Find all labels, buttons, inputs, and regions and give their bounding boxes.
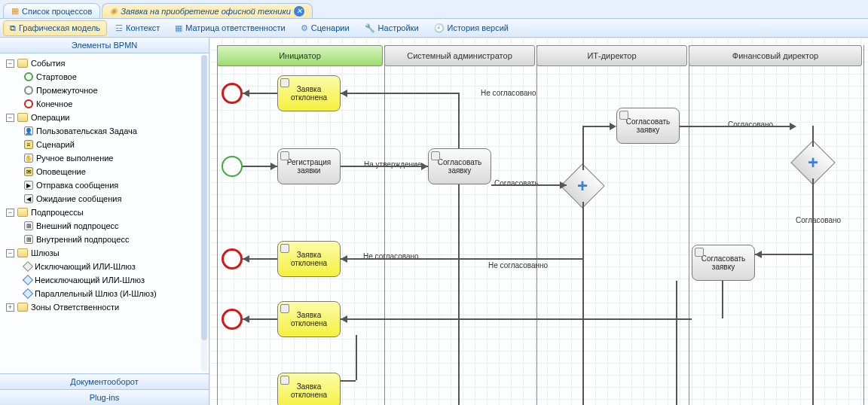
plus-icon: + — [808, 152, 818, 173]
bpmn-task[interactable]: Заявка отклонена — [277, 241, 341, 277]
folder-icon — [17, 59, 28, 68]
lane-border — [217, 45, 218, 405]
tree-label: События — [31, 59, 65, 68]
gear-icon: ⚙ — [301, 23, 308, 33]
tree-group[interactable]: −Подпроцессы — [2, 206, 207, 219]
tree-label: Подпроцессы — [31, 208, 84, 217]
tree-label: Оповещение — [36, 167, 86, 176]
tool-matrix[interactable]: ▦Матрица ответственности — [168, 20, 292, 36]
tool-label: Сценарии — [311, 23, 350, 32]
tree-item[interactable]: ⊞Внешний подпроцесс — [2, 219, 207, 233]
task-label: Согласовать заявку — [432, 158, 487, 175]
lane-header[interactable]: Системный администратор — [384, 45, 535, 66]
box-icon: ≡ — [24, 140, 33, 149]
edge — [341, 258, 582, 260]
toggle-icon[interactable]: − — [6, 114, 14, 122]
tree-item[interactable]: ✉Оповещение — [2, 165, 207, 178]
lane-header[interactable]: Инициатор — [217, 45, 383, 66]
tab-label: Заявка на приобретение офисной техники — [121, 7, 291, 16]
bpmn-end-event[interactable] — [222, 83, 243, 104]
edge — [341, 318, 692, 320]
graph-icon: ⧉ — [10, 23, 16, 33]
folder-icon — [17, 208, 28, 217]
process-icon: ◉ — [110, 6, 118, 16]
tool-settings[interactable]: 🔧Настройки — [358, 20, 426, 36]
tree-label: Внутренний подпроцесс — [36, 235, 129, 244]
tool-graphic-model[interactable]: ⧉Графическая модель — [3, 20, 107, 36]
bpmn-end-event[interactable] — [222, 248, 243, 269]
bpmn-task[interactable]: Согласовать заявку — [616, 108, 680, 144]
diamond-icon — [23, 288, 33, 299]
toggle-icon[interactable]: − — [6, 59, 14, 68]
close-icon[interactable]: ✕ — [294, 6, 304, 17]
tree-item[interactable]: 👤Пользовательская Задача — [2, 124, 207, 138]
tool-context[interactable]: ☲Контекст — [108, 20, 167, 36]
scroll-thumb[interactable] — [201, 55, 207, 340]
tree-group[interactable]: −Операции — [2, 111, 207, 124]
lane-header[interactable]: ИТ-директор — [536, 45, 687, 66]
bpmn-task[interactable]: Заявка отклонена — [277, 373, 341, 405]
tree-item[interactable]: Параллельный Шлюз (И-Шлюз) — [2, 287, 207, 300]
bpmn-start-event[interactable] — [222, 156, 243, 177]
arrowhead — [790, 123, 796, 130]
task-type-icon — [280, 376, 289, 385]
edge — [356, 335, 357, 380]
bpmn-end-event[interactable] — [222, 309, 243, 330]
lane-header[interactable]: Финансовый директор — [689, 45, 862, 66]
history-icon: 🕘 — [434, 23, 445, 33]
lane-border — [863, 45, 864, 405]
tree-item[interactable]: ✋Ручное выполнение — [2, 151, 207, 165]
tree-item[interactable]: Промежуточное — [2, 84, 207, 97]
sidebar-footer-plugins[interactable]: Plug-ins — [0, 389, 209, 405]
tree-item[interactable]: Неисключающий ИЛИ-Шлюз — [2, 273, 207, 287]
scrollbar[interactable] — [201, 55, 207, 372]
toggle-icon[interactable]: − — [6, 249, 14, 257]
tree-item[interactable]: ▶Отправка сообщения — [2, 178, 207, 192]
tree-item[interactable]: Стартовое — [2, 70, 207, 84]
bpmn-task[interactable]: Заявка отклонена — [277, 301, 341, 337]
tool-scenarios[interactable]: ⚙Сценарии — [294, 20, 356, 36]
bpmn-task[interactable]: Регистрация заявки — [277, 148, 341, 184]
arrowhead — [341, 315, 347, 323]
arrowhead — [341, 255, 347, 263]
tree-item[interactable]: ≡Сценарий — [2, 138, 207, 151]
edge-label: Согласовано — [796, 216, 841, 224]
edge-label: Согласовать — [494, 179, 539, 187]
tree-group[interactable]: −Шлюзы — [2, 246, 207, 260]
canvas[interactable]: ИнициаторСистемный администраторИТ-дирек… — [209, 38, 868, 405]
tree-item[interactable]: ⊞Внутренний подпроцесс — [2, 233, 207, 246]
tree-item[interactable]: Исключающий ИЛИ-Шлюз — [2, 260, 207, 273]
tab-request[interactable]: ◉ Заявка на приобретение офисной техники… — [102, 3, 313, 18]
tree-label: Стартовое — [36, 72, 77, 81]
task-label: Согласовать заявку — [695, 254, 751, 271]
tree-group[interactable]: −События — [2, 56, 207, 70]
task-label: Заявка отклонена — [281, 382, 337, 399]
tab-process-list[interactable]: ▦ Список процессов — [3, 3, 100, 18]
tree-label: Отправка сообщения — [36, 181, 118, 190]
tool-history[interactable]: 🕘История версий — [427, 20, 515, 36]
task-type-icon — [431, 151, 440, 160]
tree-label: Неисключающий ИЛИ-Шлюз — [35, 276, 145, 285]
box-icon: ▶ — [24, 181, 33, 190]
tree-item[interactable]: Конечное — [2, 97, 207, 111]
context-icon: ☲ — [115, 23, 123, 33]
sidebar-footer-doc[interactable]: Документооборот — [0, 373, 209, 389]
bpmn-task[interactable]: Согласовать заявку — [692, 245, 755, 281]
task-type-icon — [280, 244, 289, 253]
box-icon: ✉ — [24, 167, 33, 176]
folder-icon — [17, 248, 28, 257]
task-label: Регистрация заявки — [281, 158, 337, 175]
task-type-icon — [280, 151, 289, 160]
plus-icon: + — [577, 175, 588, 196]
tree-group[interactable]: +Зоны Ответственности — [2, 300, 207, 314]
bpmn-task[interactable]: Согласовать заявку — [428, 148, 491, 184]
toggle-icon[interactable]: + — [6, 303, 14, 312]
toggle-icon[interactable]: − — [6, 209, 14, 217]
arrowhead — [243, 315, 249, 323]
lane-border — [689, 45, 689, 405]
folder-icon — [17, 113, 28, 122]
bpmn-task[interactable]: Заявка отклонена — [277, 75, 341, 111]
diamond-icon — [23, 261, 33, 272]
arrowhead — [560, 181, 567, 189]
tree-item[interactable]: ◀Ожидание сообщения — [2, 192, 207, 206]
